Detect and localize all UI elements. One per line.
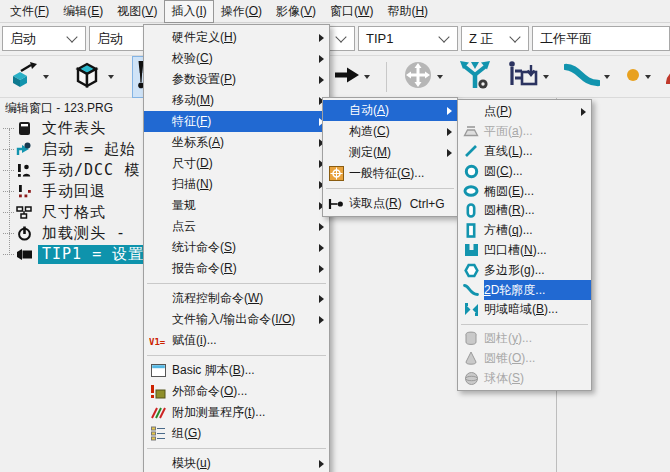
- readpoint-icon: [323, 193, 349, 214]
- move-cube-icon: [9, 61, 39, 93]
- menu-item-profile-2d[interactable]: 2D轮廓度...: [458, 280, 591, 300]
- translate-mode-button[interactable]: [6, 57, 52, 97]
- menubar-item-edit[interactable]: 编辑(E): [56, 0, 110, 23]
- tree-item-label: TIP1 = 设置: [38, 245, 148, 264]
- menu-item-label: 报告命令(R): [172, 260, 237, 277]
- menu-item-polygon[interactable]: 多边形(g)...: [458, 260, 591, 280]
- menu-item-label: 椭圆(E)...: [484, 183, 534, 200]
- tip-combo[interactable]: TIP1: [358, 26, 458, 51]
- menu-item-label: 文件输入/输出命令(I/O): [172, 311, 295, 328]
- dropdown-caret-icon[interactable]: [43, 75, 49, 79]
- menu-item-report-command[interactable]: 报告命令(R): [144, 258, 329, 279]
- menu-item-group[interactable]: 组(G): [144, 423, 329, 444]
- menu-item-basic-script[interactable]: Basic 脚本(B)...: [144, 360, 329, 381]
- menu-item-dimension[interactable]: 尺寸(D): [144, 153, 329, 174]
- view-cube-icon: [70, 60, 104, 94]
- menu-item-gutter: [144, 258, 172, 279]
- menu-item-body: 自动(A): [349, 100, 457, 121]
- menu-item-move[interactable]: 移动(M): [144, 90, 329, 111]
- menu-item-gutter: [144, 216, 172, 237]
- menu-item-gutter: [144, 48, 172, 69]
- menu-item-circle[interactable]: 圆(C)...: [458, 161, 591, 181]
- dimformat-icon: [15, 205, 33, 220]
- workplane-field[interactable]: 工作平面: [532, 26, 670, 51]
- menubar-item-window[interactable]: 窗口(W): [323, 0, 380, 23]
- submenu-arrow-icon: [581, 108, 586, 116]
- menu-item-label: 凹口槽(N)...: [484, 242, 547, 259]
- menu-item-square-slot[interactable]: 方槽(q)...: [458, 221, 591, 241]
- menubar-item-view[interactable]: 视图(V): [110, 0, 164, 23]
- dropdown-caret-icon[interactable]: [645, 75, 651, 79]
- auto-arc-button[interactable]: [663, 61, 670, 93]
- menu-item-auto[interactable]: 自动(A): [323, 100, 457, 121]
- menu-item-body: 统计命令(S): [172, 237, 329, 258]
- line-icon: [458, 142, 484, 162]
- menu-item-external-command[interactable]: 外部命令(O)...: [144, 381, 329, 402]
- probe-changer-button[interactable]: [455, 56, 495, 98]
- menu-item-ellipse[interactable]: 椭圆(E)...: [458, 181, 591, 201]
- start-combo-1[interactable]: 启动: [2, 26, 86, 51]
- menu-item-measured[interactable]: 测定(M): [323, 142, 457, 163]
- dropdown-caret-icon[interactable]: [604, 75, 610, 79]
- tree-connector-line: [9, 129, 10, 255]
- cone-icon: [458, 349, 484, 369]
- dropdown-caret-icon[interactable]: [364, 75, 370, 79]
- menubar-item-insert[interactable]: 插入(I): [164, 0, 213, 23]
- menu-item-assignment[interactable]: V1=赋值(i)...: [144, 330, 329, 351]
- tree-item-label: 文件表头: [38, 119, 110, 138]
- view-orientation-button[interactable]: [67, 56, 117, 98]
- menu-item-label: 一般特征(G)...: [349, 165, 424, 182]
- menu-item-label: 校验(C): [172, 50, 213, 67]
- menu-item-notch-slot[interactable]: 凹口槽(N)...: [458, 241, 591, 261]
- submenu-arrow-icon: [319, 316, 324, 324]
- menubar-item-image[interactable]: 影像(V): [269, 0, 323, 23]
- dropdown-caret-icon[interactable]: [437, 75, 443, 79]
- menu-item-blob[interactable]: 明域暗域(B)...: [458, 300, 591, 320]
- addon-icon: [144, 402, 172, 423]
- menu-item-module[interactable]: 模块(u): [144, 453, 329, 472]
- auto-point-button[interactable]: [622, 63, 654, 91]
- menu-item-generic-feature[interactable]: 一般特征(G)...: [323, 163, 457, 184]
- menu-item-feature[interactable]: 特征(F): [144, 111, 329, 132]
- probe-utilities-button[interactable]: [504, 56, 552, 98]
- menu-item-parameter-settings[interactable]: 参数设置(P): [144, 69, 329, 90]
- menu-item-gutter: [144, 27, 172, 48]
- dropdown-caret-icon[interactable]: [543, 75, 549, 79]
- menu-item-file-io-command[interactable]: 文件输入/输出命令(I/O): [144, 309, 329, 330]
- arc-icon: [666, 65, 670, 89]
- tip-combo-value: TIP1: [359, 31, 436, 46]
- menu-item-hardware-definition[interactable]: 硬件定义(H): [144, 27, 329, 48]
- dropdown-caret-icon[interactable]: [108, 75, 114, 79]
- menu-item-constructed[interactable]: 构造(C): [323, 121, 457, 142]
- menu-item-pointcloud[interactable]: 点云: [144, 216, 329, 237]
- basic-script-icon: [144, 360, 172, 381]
- menu-item-attached-part-program[interactable]: 附加测量程序(t)...: [144, 402, 329, 423]
- menu-item-statistic-command[interactable]: 统计命令(S): [144, 237, 329, 258]
- menubar-item-operate[interactable]: 操作(O): [214, 0, 269, 23]
- menu-item-alignment[interactable]: 坐标系(A): [144, 132, 329, 153]
- menubar-item-help[interactable]: 帮助(H): [380, 0, 435, 23]
- submenu-arrow-icon: [319, 460, 324, 468]
- menu-item-read-point[interactable]: 读取点(R)Ctrl+G: [323, 193, 457, 214]
- profile2d-icon: [458, 280, 484, 300]
- menu-item-label: 球体(S): [484, 370, 524, 387]
- submenu-arrow-icon: [319, 34, 324, 42]
- menu-item-round-slot[interactable]: 圆槽(R)...: [458, 201, 591, 221]
- menu-item-calibration[interactable]: 校验(C): [144, 48, 329, 69]
- menu-item-line[interactable]: 直线(L)...: [458, 142, 591, 162]
- menu-item-scan[interactable]: 扫描(N): [144, 174, 329, 195]
- menubar-item-file[interactable]: 文件(F): [3, 0, 56, 23]
- feature-submenu: 自动(A)构造(C)测定(M)一般特征(G)...读取点(R)Ctrl+G: [322, 97, 458, 217]
- menu-item-body: 方槽(q)...: [484, 221, 591, 241]
- menu-item-label: 附加测量程序(t)...: [172, 404, 265, 421]
- menu-item-gage[interactable]: 量规: [144, 195, 329, 216]
- loadprobe-icon: [15, 226, 33, 241]
- scan-button[interactable]: [561, 58, 613, 96]
- axis-combo[interactable]: Z 正: [461, 26, 529, 51]
- menu-separator: [326, 188, 454, 189]
- submenu-arrow-icon: [319, 55, 324, 63]
- execute-button[interactable]: [331, 62, 373, 92]
- menu-item-point[interactable]: 点(P): [458, 102, 591, 122]
- cylinder-icon: [458, 329, 484, 349]
- menu-item-flow-control-command[interactable]: 流程控制命令(W): [144, 288, 329, 309]
